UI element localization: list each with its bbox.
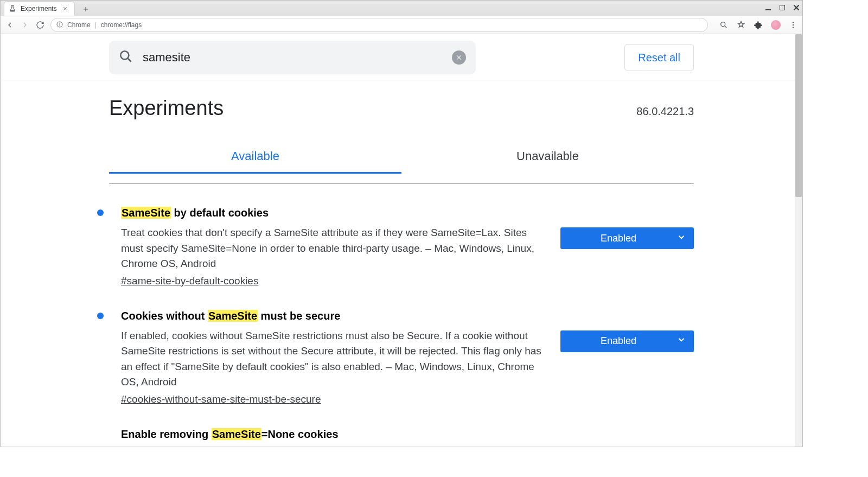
back-icon[interactable] [5, 20, 15, 30]
page-title: Experiments [109, 97, 224, 120]
svg-point-7 [793, 24, 794, 26]
tab-available[interactable]: Available [109, 142, 401, 183]
flags-search-input[interactable] [142, 50, 443, 65]
tab-strip: Experiments [1, 1, 802, 16]
menu-icon[interactable] [788, 20, 798, 30]
toolbar-right [719, 20, 798, 30]
omnibox-url: chrome://flags [101, 21, 142, 29]
flag-anchor-link[interactable]: #cookies-without-same-site-must-be-secur… [121, 393, 321, 405]
svg-point-6 [793, 22, 794, 23]
flask-icon [9, 5, 16, 12]
site-info-icon[interactable] [56, 21, 63, 29]
profile-avatar[interactable] [771, 20, 781, 30]
scrollbar-thumb[interactable] [795, 34, 802, 197]
svg-point-5 [721, 22, 725, 27]
omnibox[interactable]: Chrome | chrome://flags [50, 18, 708, 32]
new-tab-button[interactable] [79, 3, 92, 16]
svg-point-3 [59, 23, 60, 23]
version-label: 86.0.4221.3 [636, 105, 694, 118]
flag-indicator-icon [97, 313, 104, 319]
scrollbar[interactable] [795, 34, 802, 447]
bookmark-icon[interactable] [736, 20, 746, 30]
extensions-icon[interactable] [754, 20, 763, 30]
forward-icon[interactable] [20, 20, 30, 30]
flag-title: Enable removing SameSite=None cookies [121, 427, 566, 441]
zoom-icon[interactable] [719, 20, 729, 30]
flag-indicator-icon [97, 209, 104, 216]
svg-point-8 [793, 27, 794, 28]
close-icon[interactable] [793, 4, 800, 11]
window-controls [764, 4, 800, 11]
svg-rect-4 [60, 24, 60, 26]
flag-item: Cookies without SameSite must be secure … [109, 287, 694, 405]
chevron-down-icon [676, 232, 686, 245]
page-content: Reset all Experiments 86.0.4221.3 Availa… [1, 34, 802, 447]
browser-tab-active[interactable]: Experiments [4, 1, 75, 16]
minimize-icon[interactable] [764, 4, 772, 11]
flags-search-box [109, 41, 476, 74]
reload-icon[interactable] [35, 20, 45, 30]
svg-rect-0 [765, 9, 771, 10]
toolbar: Chrome | chrome://flags [1, 16, 802, 34]
flag-state-select[interactable]: Enabled [560, 227, 694, 249]
svg-rect-1 [780, 5, 785, 10]
flag-state-select[interactable]: Enabled [560, 330, 694, 352]
flag-title: Cookies without SameSite must be secure [121, 309, 547, 323]
tab-close-icon[interactable] [61, 5, 69, 12]
tabs: Available Unavailable [109, 142, 694, 184]
browser-window: Experiments Chrome | chrome://flags [0, 0, 803, 447]
clear-search-icon[interactable] [452, 50, 466, 65]
tab-unavailable[interactable]: Unavailable [401, 142, 694, 183]
maximize-icon[interactable] [778, 4, 786, 11]
flag-description: Treat cookies that don't specify a SameS… [121, 225, 547, 272]
flag-anchor-link[interactable]: #same-site-by-default-cookies [121, 275, 258, 287]
svg-point-9 [120, 51, 129, 59]
search-icon [119, 49, 133, 66]
tab-title: Experiments [21, 5, 57, 12]
flag-description: If enabled, cookies without SameSite res… [121, 328, 547, 390]
flag-item: SameSite by default cookies Treat cookie… [109, 184, 694, 287]
chevron-down-icon [676, 335, 686, 347]
reset-all-button[interactable]: Reset all [624, 44, 694, 71]
flag-item: Enable removing SameSite=None cookies [109, 405, 694, 446]
flag-title: SameSite by default cookies [121, 206, 547, 220]
omnibox-scheme: Chrome [67, 21, 91, 29]
